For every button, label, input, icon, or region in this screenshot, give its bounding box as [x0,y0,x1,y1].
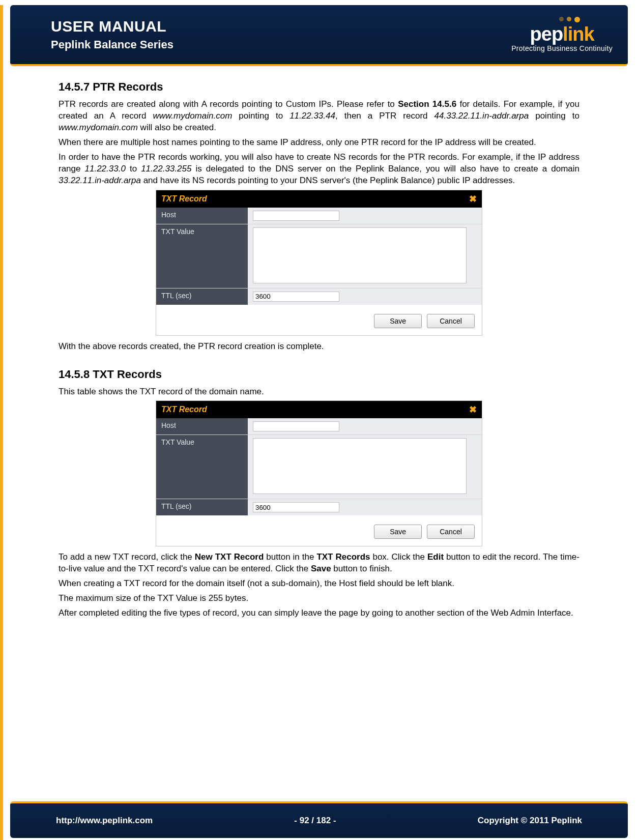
txt-p2: To add a new TXT record, click the New T… [59,552,579,575]
ptr-p1: PTR records are created along with A rec… [59,99,579,134]
txt-record-panel: TXT Record ✖ Host TXT Value TTL (sec) Sa… [156,400,482,546]
txtval-row: TXT Value [156,224,482,288]
txtval-label: TXT Value [156,435,248,499]
host-input[interactable] [253,421,339,431]
txtval-label: TXT Value [156,224,248,288]
txt-record-panel: TXT Record ✖ Host TXT Value TTL (sec) Sa… [156,190,482,336]
txt-panel-header: TXT Record ✖ [156,190,482,208]
brand-logo: peplink Protecting Business Continuity [511,17,613,52]
footer-page: - 92 / 182 - [153,816,478,826]
ttl-input[interactable] [253,292,339,302]
save-button[interactable]: Save [374,314,422,328]
txt-panel-title: TXT Record [161,194,207,204]
txtval-row: TXT Value [156,435,482,499]
page-content: 14.5.7 PTR Records PTR records are creat… [0,66,638,619]
header-band: USER MANUAL Peplink Balance Series pepli… [10,5,628,66]
logo-dots-icon [511,17,613,22]
ptr-p2: When there are multiple host names point… [59,137,579,149]
panel-button-row: Save Cancel [156,515,482,546]
footer-url: http://www.peplink.com [56,816,153,826]
left-accent-stripe [0,5,3,840]
txtval-input[interactable] [253,227,467,283]
ttl-label: TTL (sec) [156,499,248,515]
ptr-p4: With the above records created, the PTR … [59,341,579,353]
host-row: Host [156,418,482,435]
txt-panel-title: TXT Record [161,405,207,414]
cancel-button[interactable]: Cancel [427,314,475,328]
manual-subtitle: Peplink Balance Series [51,38,173,51]
ptr-heading: 14.5.7 PTR Records [59,80,579,94]
brand-tagline: Protecting Business Continuity [511,44,613,52]
ttl-label: TTL (sec) [156,288,248,305]
txt-panel-header: TXT Record ✖ [156,401,482,418]
ttl-row: TTL (sec) [156,288,482,305]
txt-panel-2-wrap: TXT Record ✖ Host TXT Value TTL (sec) Sa… [59,400,579,546]
txt-p5: After completed editing the five types o… [59,607,579,619]
header-left: USER MANUAL Peplink Balance Series [51,18,173,51]
footer-copyright: Copyright © 2011 Peplink [478,816,582,826]
cancel-button[interactable]: Cancel [427,525,475,539]
close-icon[interactable]: ✖ [469,193,477,205]
brand-name: peplink [511,23,613,45]
txt-p1: This table shows the TXT record of the d… [59,386,579,398]
txt-p3: When creating a TXT record for the domai… [59,578,579,590]
host-input[interactable] [253,211,339,221]
ttl-row: TTL (sec) [156,499,482,515]
panel-button-row: Save Cancel [156,305,482,335]
header-right: peplink Protecting Business Continuity [511,17,613,52]
close-icon[interactable]: ✖ [469,404,477,415]
manual-title: USER MANUAL [51,18,173,35]
ptr-p3: In order to have the PTR records working… [59,152,579,187]
host-label: Host [156,208,248,224]
txt-heading: 14.5.8 TXT Records [59,368,579,381]
txtval-input[interactable] [253,438,467,494]
save-button[interactable]: Save [374,525,422,539]
host-row: Host [156,208,482,224]
host-label: Host [156,418,248,435]
txt-panel-1-wrap: TXT Record ✖ Host TXT Value TTL (sec) Sa… [59,190,579,336]
footer-band: http://www.peplink.com - 92 / 182 - Copy… [10,801,628,838]
txt-p4: The maximum size of the TXT Value is 255… [59,593,579,604]
ttl-input[interactable] [253,502,339,512]
